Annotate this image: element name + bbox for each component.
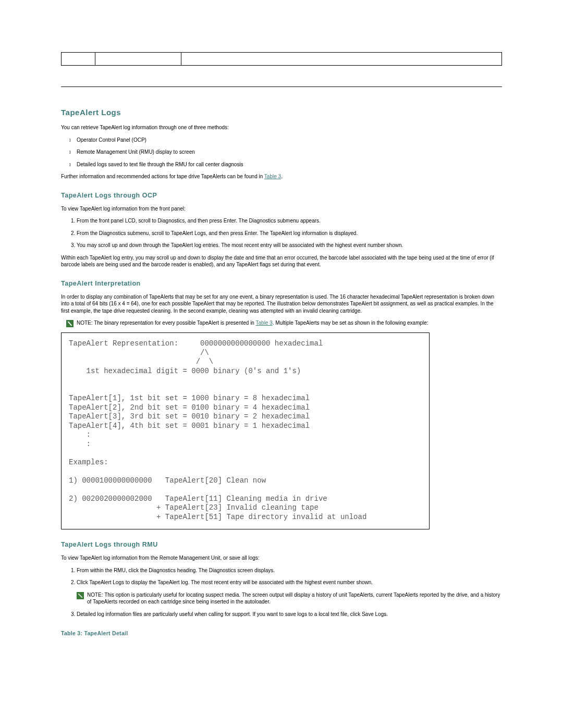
list-item: Detailed log information files are parti… [77, 611, 502, 618]
divider [61, 87, 502, 87]
list-item: From within the RMU, click the Diagnosti… [77, 567, 502, 574]
list-item: From the front panel LCD, scroll to Diag… [77, 217, 502, 225]
intro-para: You can retrieve TapeAlert log informati… [61, 124, 502, 131]
note-icon [66, 320, 74, 327]
heading-interpretation: TapeAlert Interpretation [61, 280, 502, 287]
ocp-steps: From the front panel LCD, scroll to Diag… [61, 217, 502, 249]
list-item: From the Diagnostics submenu, scroll to … [77, 230, 502, 237]
intro-link-para: Further information and recommended acti… [61, 173, 502, 180]
table3-link-note[interactable]: Table 3 [256, 320, 273, 326]
note-text: NOTE: This option is particularly useful… [87, 591, 502, 606]
tapealert-diagram: TapeAlert Representation: 00000000000000… [61, 332, 430, 529]
rmu-para1: To view TapeAlert log information from t… [61, 554, 502, 562]
note-rmu: NOTE: This option is particularly useful… [77, 591, 502, 606]
table3-link[interactable]: Table 3 [264, 174, 281, 179]
heading-rmu: TapeAlert Logs through RMU [61, 541, 502, 548]
step-text: Click TapeAlert Logs to display the Tape… [77, 579, 373, 585]
intro-bullet-list: Operator Control Panel (OCP) Remote Mana… [61, 137, 502, 168]
note-interpretation: NOTE: The binary representation for ever… [66, 319, 502, 327]
list-item: Operator Control Panel (OCP) [77, 137, 502, 144]
note-icon [77, 592, 84, 599]
heading-tapealert-logs: TapeAlert Logs [61, 108, 502, 117]
note-text: NOTE: The binary representation for ever… [77, 319, 502, 327]
header-cell-2 [95, 53, 181, 66]
header-cell-1 [62, 53, 95, 66]
table3-caption: Table 3: TapeAlert Detail [61, 630, 502, 636]
heading-ocp: TapeAlert Logs through OCP [61, 192, 502, 199]
page-content: TapeAlert Logs You can retrieve TapeAler… [61, 0, 502, 636]
list-item: Detailed logs saved to text file through… [77, 161, 502, 168]
rmu-steps: From within the RMU, click the Diagnosti… [61, 567, 502, 618]
list-item: Click TapeAlert Logs to display the Tape… [77, 579, 502, 606]
list-item: You may scroll up and down through the T… [77, 242, 502, 249]
header-cell-3 [181, 53, 502, 66]
ocp-para1: To view TapeAlert log information from t… [61, 205, 502, 213]
ocp-para2: Within each TapeAlert log entry, you may… [61, 254, 502, 268]
header-table [61, 52, 502, 66]
list-item: Remote Management Unit (RMU) display to … [77, 149, 502, 156]
interp-para1: In order to display any combination of T… [61, 293, 502, 315]
